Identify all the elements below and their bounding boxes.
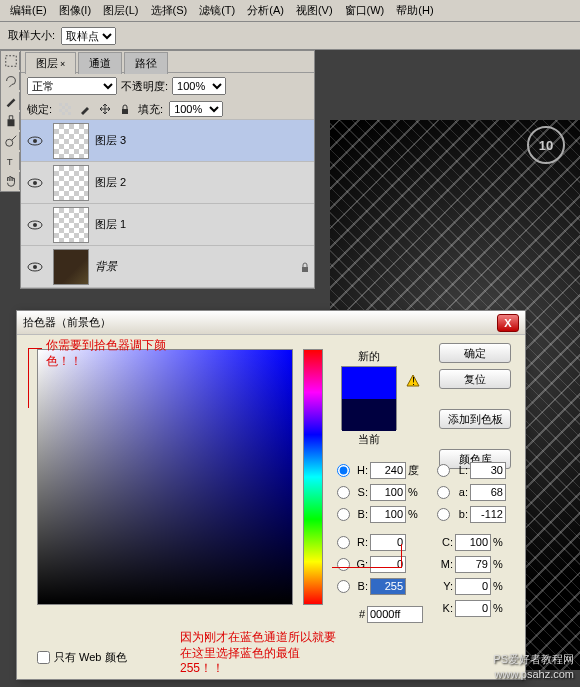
layer-row[interactable]: 背景 (21, 246, 314, 288)
blab-input[interactable] (470, 506, 506, 523)
sample-size-select[interactable]: 取样点 (61, 27, 116, 45)
hex-label: # (337, 608, 365, 620)
layer-thumbnail[interactable] (53, 249, 89, 285)
l-input[interactable] (470, 462, 506, 479)
lock-transparency-icon[interactable] (58, 102, 72, 116)
tool-text[interactable]: T (1, 151, 21, 171)
tab-channels[interactable]: 通道 (78, 52, 122, 74)
cancel-button[interactable]: 复位 (439, 369, 511, 389)
layers-list: 图层 3 图层 2 图层 1 背景 (21, 120, 314, 288)
fill-input[interactable]: 100% (169, 101, 223, 117)
menu-window[interactable]: 窗口(W) (339, 1, 391, 20)
eye-icon (27, 219, 43, 231)
web-only-checkbox[interactable]: 只有 Web 颜色 (37, 650, 127, 665)
a-input[interactable] (470, 484, 506, 501)
menu-image[interactable]: 图像(I) (53, 1, 97, 20)
layer-row[interactable]: 图层 1 (21, 204, 314, 246)
c-input[interactable] (455, 534, 491, 551)
panel-tabs: 图层× 通道 路径 (21, 51, 314, 73)
gamut-warning-icon[interactable]: ! (405, 373, 421, 389)
tool-brush[interactable] (1, 91, 21, 111)
current-color-swatch[interactable] (342, 399, 396, 431)
a-radio[interactable] (437, 486, 450, 499)
tool-hand[interactable] (1, 171, 21, 191)
hue-slider[interactable] (303, 349, 323, 605)
c-unit: % (493, 536, 507, 548)
k-unit: % (493, 602, 507, 614)
bhsb-unit: % (408, 508, 422, 520)
svg-point-16 (33, 265, 37, 269)
add-swatch-button[interactable]: 添加到色板 (439, 409, 511, 429)
m-input[interactable] (455, 556, 491, 573)
l-radio[interactable] (437, 464, 450, 477)
menu-edit[interactable]: 编辑(E) (4, 1, 53, 20)
watermark-line1: PS爱好者教程网 (493, 652, 574, 666)
fill-label: 填充: (138, 102, 163, 117)
blab-radio[interactable] (437, 508, 450, 521)
bhsb-radio[interactable] (337, 508, 350, 521)
web-only-check[interactable] (37, 651, 50, 664)
layer-name-label[interactable]: 背景 (95, 259, 298, 274)
menu-view[interactable]: 视图(V) (290, 1, 339, 20)
color-inputs: H:度 S:% B:% R: G: B: # L: a: b: C:% M:% … (337, 459, 423, 625)
layer-name-label[interactable]: 图层 2 (95, 175, 312, 190)
layer-thumbnail[interactable] (53, 165, 89, 201)
opacity-input[interactable]: 100% (172, 77, 226, 95)
lock-pixels-icon[interactable] (78, 102, 92, 116)
menu-select[interactable]: 选择(S) (145, 1, 194, 20)
blab-label: b: (452, 508, 468, 520)
layer-row[interactable]: 图层 3 (21, 120, 314, 162)
watermark-line2: www.psahz.com (493, 667, 574, 681)
tab-paths[interactable]: 路径 (124, 52, 168, 74)
close-button[interactable]: X (497, 314, 519, 332)
tool-dodge[interactable] (1, 131, 21, 151)
svg-rect-1 (8, 119, 15, 126)
new-color-swatch[interactable] (342, 367, 396, 399)
visibility-toggle[interactable] (23, 177, 47, 189)
visibility-toggle[interactable] (23, 261, 47, 273)
svg-point-2 (6, 139, 13, 146)
tool-marquee[interactable] (1, 51, 21, 71)
blend-mode-select[interactable]: 正常 (27, 77, 117, 95)
lock-label: 锁定: (27, 102, 52, 117)
layer-row[interactable]: 图层 2 (21, 162, 314, 204)
tool-clone[interactable] (1, 111, 21, 131)
layer-name-label[interactable]: 图层 3 (95, 133, 312, 148)
layer-thumbnail[interactable] (53, 123, 89, 159)
dialog-titlebar[interactable]: 拾色器（前景色） X (17, 311, 525, 335)
lock-all-icon[interactable] (118, 102, 132, 116)
visibility-toggle[interactable] (23, 135, 47, 147)
visibility-toggle[interactable] (23, 219, 47, 231)
layers-panel: 图层× 通道 路径 正常 不透明度: 100% 锁定: 填充: 100% 图层 … (20, 50, 315, 289)
bhsb-label: B: (352, 508, 368, 520)
tab-close-icon[interactable]: × (60, 59, 65, 69)
h-radio[interactable] (337, 464, 350, 477)
svg-rect-0 (6, 56, 17, 67)
h-input[interactable] (370, 462, 406, 479)
menu-layer[interactable]: 图层(L) (97, 1, 144, 20)
lock-move-icon[interactable] (98, 102, 112, 116)
svg-point-12 (33, 181, 37, 185)
color-swatch: 新的 当前 (337, 349, 401, 447)
ok-button[interactable]: 确定 (439, 343, 511, 363)
s-input[interactable] (370, 484, 406, 501)
hex-input[interactable] (367, 606, 423, 623)
tab-layers[interactable]: 图层× (25, 52, 76, 74)
y-input[interactable] (455, 578, 491, 595)
layer-name-label[interactable]: 图层 1 (95, 217, 312, 232)
tool-lasso[interactable] (1, 71, 21, 91)
s-radio[interactable] (337, 486, 350, 499)
eye-icon (27, 261, 43, 273)
layer-thumbnail[interactable] (53, 207, 89, 243)
options-bar: 取样大小: 取样点 (0, 22, 580, 50)
brgb-input[interactable] (370, 578, 406, 595)
bhsb-input[interactable] (370, 506, 406, 523)
watermark: PS爱好者教程网 www.psahz.com (493, 652, 574, 681)
menu-help[interactable]: 帮助(H) (390, 1, 439, 20)
menu-analyze[interactable]: 分析(A) (241, 1, 290, 20)
color-field[interactable] (37, 349, 293, 605)
brgb-radio[interactable] (337, 580, 350, 593)
k-input[interactable] (455, 600, 491, 617)
menu-filter[interactable]: 滤镜(T) (193, 1, 241, 20)
layer-opts-row1: 正常 不透明度: 100% (21, 73, 314, 99)
